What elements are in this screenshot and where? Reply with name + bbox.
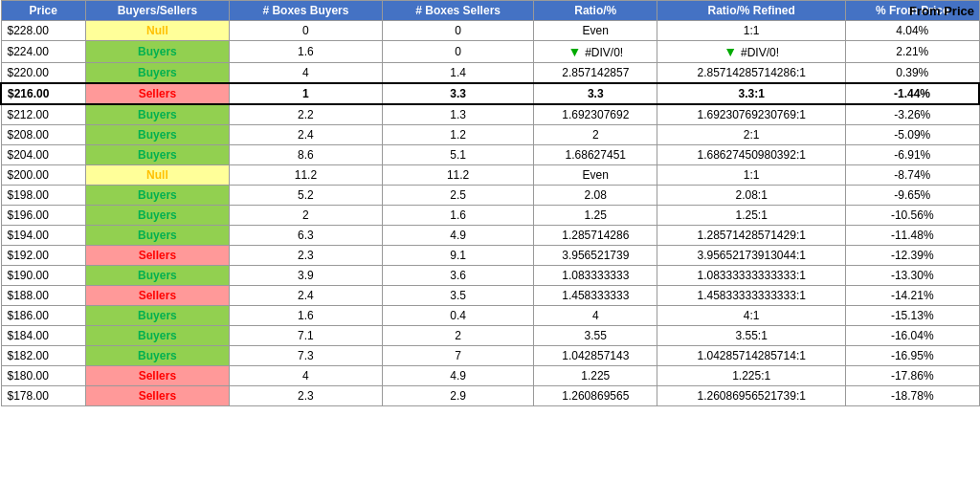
header-price: Price [1,1,85,21]
cell-boxes-buyers-8: 5.2 [229,186,382,206]
main-container: From Price Price Buyers/Sellers # Boxes … [0,0,980,406]
cell-from-price-6: -6.91% [845,145,979,165]
cell-buyers-sellers-17: Sellers [85,366,229,386]
cell-ratio-refined-1: ▼ #DIV/0! [657,41,846,63]
cell-ratio-3: 3.3 [534,83,657,104]
cell-boxes-buyers-2: 4 [229,63,382,84]
cell-ratio-9: 1.25 [534,206,657,226]
cell-from-price-18: -18.78% [845,386,979,406]
cell-boxes-buyers-15: 7.1 [229,326,382,346]
cell-boxes-buyers-13: 2.4 [229,286,382,306]
cell-buyers-sellers-10: Buyers [85,226,229,246]
cell-price-18: $178.00 [1,386,85,406]
cell-from-price-13: -14.21% [845,286,979,306]
cell-ratio-refined-8: 2.08:1 [657,186,846,206]
cell-from-price-17: -17.86% [845,366,979,386]
cell-from-price-16: -16.95% [845,346,979,366]
cell-ratio-5: 2 [534,125,657,145]
cell-ratio-15: 3.55 [534,326,657,346]
cell-from-price-10: -11.48% [845,226,979,246]
cell-boxes-buyers-1: 1.6 [229,41,382,63]
header-boxes-buyers: # Boxes Buyers [229,1,382,21]
cell-ratio-17: 1.225 [534,366,657,386]
cell-buyers-sellers-6: Buyers [85,145,229,165]
header-ratio-refined: Ratio/% Refined [657,1,846,21]
cell-price-15: $184.00 [1,326,85,346]
cell-from-price-15: -16.04% [845,326,979,346]
cell-buyers-sellers-14: Buyers [85,306,229,326]
cell-boxes-sellers-8: 2.5 [383,186,534,206]
cell-price-7: $200.00 [1,165,85,186]
cell-price-0: $228.00 [1,21,85,41]
cell-boxes-sellers-1: 0 [383,41,534,63]
cell-ratio-refined-0: 1:1 [657,21,846,41]
cell-from-price-3: -1.44% [845,83,979,104]
cell-buyers-sellers-18: Sellers [85,386,229,406]
cell-from-price-9: -10.56% [845,206,979,226]
cell-ratio-refined-18: 1.26086956521739:1 [657,386,846,406]
cell-boxes-sellers-15: 2 [383,326,534,346]
cell-boxes-sellers-3: 3.3 [383,83,534,104]
from-price-label: From Price [903,0,980,22]
cell-buyers-sellers-13: Sellers [85,286,229,306]
cell-boxes-sellers-11: 9.1 [383,246,534,266]
cell-from-price-4: -3.26% [845,104,979,125]
cell-price-13: $188.00 [1,286,85,306]
cell-boxes-buyers-3: 1 [229,83,382,104]
cell-ratio-16: 1.042857143 [534,346,657,366]
cell-ratio-refined-13: 1.45833333333333:1 [657,286,846,306]
cell-boxes-buyers-9: 2 [229,206,382,226]
cell-price-3: $216.00 [1,83,85,104]
cell-ratio-1: ▼ #DIV/0! [534,41,657,63]
cell-boxes-sellers-16: 7 [383,346,534,366]
cell-boxes-sellers-18: 2.9 [383,386,534,406]
cell-ratio-refined-9: 1.25:1 [657,206,846,226]
cell-price-14: $186.00 [1,306,85,326]
cell-ratio-refined-4: 1.69230769230769:1 [657,104,846,125]
cell-ratio-6: 1.68627451 [534,145,657,165]
cell-ratio-13: 1.458333333 [534,286,657,306]
cell-buyers-sellers-2: Buyers [85,63,229,84]
cell-from-price-11: -12.39% [845,246,979,266]
cell-ratio-8: 2.08 [534,186,657,206]
cell-price-8: $198.00 [1,186,85,206]
cell-ratio-refined-10: 1.28571428571429:1 [657,226,846,246]
cell-price-4: $212.00 [1,104,85,125]
cell-boxes-sellers-6: 5.1 [383,145,534,165]
cell-price-16: $182.00 [1,346,85,366]
cell-ratio-0: Even [534,21,657,41]
cell-buyers-sellers-0: Null [85,21,229,41]
cell-from-price-14: -15.13% [845,306,979,326]
cell-ratio-refined-16: 1.04285714285714:1 [657,346,846,366]
cell-ratio-refined-3: 3.3:1 [657,83,846,104]
cell-ratio-refined-17: 1.225:1 [657,366,846,386]
cell-price-12: $190.00 [1,266,85,286]
price-table: Price Buyers/Sellers # Boxes Buyers # Bo… [0,0,980,406]
cell-ratio-refined-11: 3.95652173913044:1 [657,246,846,266]
cell-boxes-sellers-2: 1.4 [383,63,534,84]
cell-boxes-buyers-17: 4 [229,366,382,386]
cell-ratio-refined-6: 1.68627450980392:1 [657,145,846,165]
cell-boxes-sellers-5: 1.2 [383,125,534,145]
cell-price-6: $204.00 [1,145,85,165]
cell-boxes-buyers-10: 6.3 [229,226,382,246]
cell-ratio-refined-15: 3.55:1 [657,326,846,346]
cell-price-2: $220.00 [1,63,85,84]
cell-boxes-buyers-12: 3.9 [229,266,382,286]
cell-ratio-10: 1.285714286 [534,226,657,246]
cell-price-1: $224.00 [1,41,85,63]
cell-buyers-sellers-8: Buyers [85,186,229,206]
cell-ratio-4: 1.692307692 [534,104,657,125]
cell-ratio-refined-2: 2.85714285714286:1 [657,63,846,84]
cell-from-price-5: -5.09% [845,125,979,145]
cell-boxes-sellers-7: 11.2 [383,165,534,186]
cell-buyers-sellers-4: Buyers [85,104,229,125]
cell-price-5: $208.00 [1,125,85,145]
cell-price-10: $194.00 [1,226,85,246]
cell-ratio-18: 1.260869565 [534,386,657,406]
cell-buyers-sellers-5: Buyers [85,125,229,145]
cell-boxes-buyers-18: 2.3 [229,386,382,406]
cell-boxes-buyers-7: 11.2 [229,165,382,186]
cell-boxes-buyers-6: 8.6 [229,145,382,165]
cell-boxes-buyers-4: 2.2 [229,104,382,125]
